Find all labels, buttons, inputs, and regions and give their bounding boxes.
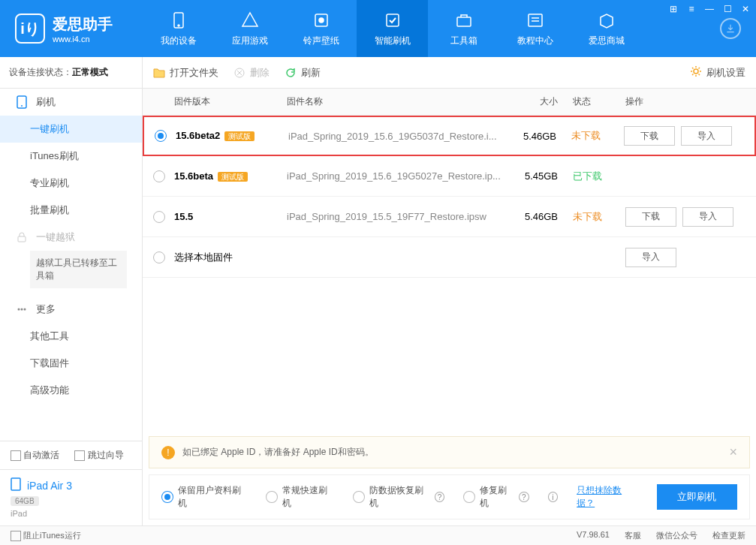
open-folder-button[interactable]: 打开文件夹	[153, 66, 218, 80]
nav-tab-1[interactable]: 应用游戏	[214, 0, 285, 57]
sidebar-more-0[interactable]: 其他工具	[0, 323, 142, 350]
status-bar: 阻止iTunes运行 V7.98.61 客服 微信公众号 检查更新	[0, 525, 756, 545]
notice-close-button[interactable]: ×	[729, 444, 737, 460]
nav-icon-3	[382, 10, 403, 31]
toolbar: 打开文件夹 删除 刷新 刷机设置	[143, 57, 756, 89]
svg-point-8	[21, 105, 23, 107]
sidebar: 设备连接状态：正常模式 刷机 一键刷机iTunes刷机专业刷机批量刷机 一键越狱…	[0, 57, 143, 525]
col-status: 状态	[573, 95, 625, 108]
device-type: iPad	[11, 509, 131, 518]
download-button[interactable]: 下载	[625, 207, 676, 227]
flash-option-0[interactable]: 保留用户资料刷机	[161, 484, 247, 510]
refresh-button[interactable]: 刷新	[285, 66, 321, 80]
import-button[interactable]: 导入	[681, 126, 732, 146]
nav-tab-4[interactable]: 工具箱	[428, 0, 499, 57]
wechat-link[interactable]: 微信公众号	[656, 530, 697, 541]
svg-rect-4	[387, 14, 399, 26]
beta-badge: 测试版	[218, 172, 248, 182]
nav-icon-5	[525, 10, 546, 31]
erase-data-link[interactable]: 只想抹除数据？	[577, 484, 638, 510]
sidebar-group-more[interactable]: 更多	[0, 296, 142, 323]
row-radio[interactable]	[153, 170, 165, 182]
sidebar-item-3[interactable]: 批量刷机	[0, 197, 142, 224]
logo-icon: iり	[15, 14, 45, 44]
flash-option-3[interactable]: 修复刷机?	[463, 484, 529, 510]
phone-icon	[15, 95, 29, 109]
window-controls: ⊞ ≡ — ☐ ✕	[667, 3, 751, 15]
list-icon[interactable]: ≡	[685, 3, 697, 15]
device-status: 设备连接状态：正常模式	[0, 57, 142, 89]
nav-icon-0	[168, 10, 189, 31]
app-subtitle: www.i4.cn	[53, 35, 113, 44]
firmware-row[interactable]: 15.6beta2测试版 iPad_Spring_2019_15.6_19G50…	[143, 116, 756, 156]
firmware-status: 未下载	[571, 129, 624, 143]
nav-icon-4	[453, 10, 474, 31]
firmware-size: 5.45GB	[513, 170, 573, 182]
download-button[interactable]	[720, 18, 741, 39]
info-icon[interactable]: ?	[519, 492, 529, 502]
sidebar-item-2[interactable]: 专业刷机	[0, 170, 142, 197]
flash-options: 保留用户资料刷机常规快速刷机防数据恢复刷机?修复刷机? i 只想抹除数据？ 立即…	[149, 474, 750, 519]
stop-itunes-checkbox[interactable]: 阻止iTunes运行	[11, 530, 81, 541]
flash-settings-button[interactable]: 刷机设置	[690, 65, 745, 80]
nav-icon-1	[239, 10, 261, 31]
version-label: V7.98.61	[577, 530, 610, 541]
row-radio[interactable]	[153, 251, 165, 263]
sidebar-more-2[interactable]: 高级功能	[0, 377, 142, 404]
row-radio[interactable]	[155, 130, 167, 142]
close-button[interactable]: ✕	[739, 3, 751, 15]
col-action: 操作	[625, 95, 745, 108]
auto-activate-checkbox[interactable]: 自动激活	[11, 449, 59, 462]
svg-rect-6	[529, 14, 542, 26]
nav-tab-0[interactable]: 我的设备	[143, 0, 214, 57]
svg-point-1	[178, 25, 179, 26]
import-button[interactable]: 导入	[625, 248, 676, 267]
download-button[interactable]: 下载	[624, 126, 675, 146]
info-icon[interactable]: i	[548, 492, 559, 502]
skip-guide-checkbox[interactable]: 跳过向导	[74, 449, 123, 462]
firmware-row[interactable]: 15.6beta测试版 iPad_Spring_2019_15.6_19G502…	[143, 156, 756, 197]
firmware-row[interactable]: 15.5 iPad_Spring_2019_15.5_19F77_Restore…	[143, 197, 756, 237]
firmware-size: 5.46GB	[513, 211, 573, 222]
nav-tab-5[interactable]: 教程中心	[499, 0, 571, 57]
sidebar-more-1[interactable]: 下载固件	[0, 350, 142, 377]
options-row: 自动激活 跳过向导	[0, 441, 142, 469]
nav-tab-3[interactable]: 智能刷机	[357, 0, 428, 57]
row-radio[interactable]	[153, 211, 165, 223]
sidebar-group-flash[interactable]: 刷机	[0, 89, 142, 116]
firmware-status: 已下载	[573, 170, 625, 183]
sidebar-item-1[interactable]: iTunes刷机	[0, 143, 142, 170]
col-name: 固件名称	[287, 95, 513, 108]
refresh-icon	[285, 67, 297, 79]
app-title: 爱思助手	[53, 14, 113, 35]
flash-option-2[interactable]: 防数据恢复刷机?	[353, 484, 444, 510]
minimize-button[interactable]: —	[703, 3, 715, 15]
more-icon	[15, 303, 29, 316]
title-bar: ⊞ ≡ — ☐ ✕ iり 爱思助手 www.i4.cn 我的设备应用游戏铃声壁纸…	[0, 0, 756, 57]
nav-tab-2[interactable]: 铃声壁纸	[285, 0, 357, 57]
sidebar-item-0[interactable]: 一键刷机	[0, 116, 142, 143]
storage-badge: 64GB	[11, 496, 39, 506]
lock-icon	[15, 230, 29, 244]
maximize-button[interactable]: ☐	[721, 3, 733, 15]
check-update-link[interactable]: 检查更新	[712, 530, 745, 541]
svg-rect-5	[457, 17, 471, 26]
firmware-size: 5.46GB	[511, 131, 571, 142]
svg-point-10	[18, 309, 20, 311]
nav-tab-6[interactable]: 爱思商城	[571, 0, 642, 57]
table-header: 固件版本 固件名称 大小 状态 操作	[143, 89, 756, 116]
info-icon[interactable]: ?	[435, 492, 445, 502]
support-link[interactable]: 客服	[625, 530, 641, 541]
firmware-name: iPad_Spring_2019_15.5_19F77_Restore.ipsw	[287, 211, 513, 222]
svg-point-3	[319, 18, 324, 23]
nav-icon-2	[311, 10, 332, 31]
app-logo: iり 爱思助手 www.i4.cn	[0, 14, 143, 44]
flash-now-button[interactable]: 立即刷机	[657, 484, 737, 510]
menu-icon[interactable]: ⊞	[667, 3, 679, 15]
flash-option-1[interactable]: 常规快速刷机	[266, 484, 334, 510]
firmware-name: iPad_Spring_2019_15.6_19G5037d_Restore.i…	[288, 131, 511, 142]
svg-point-15	[694, 69, 698, 74]
import-button[interactable]: 导入	[682, 207, 733, 227]
local-firmware-row[interactable]: 选择本地固件 导入	[143, 237, 756, 278]
jailbreak-note: 越狱工具已转移至工具箱	[30, 251, 127, 288]
